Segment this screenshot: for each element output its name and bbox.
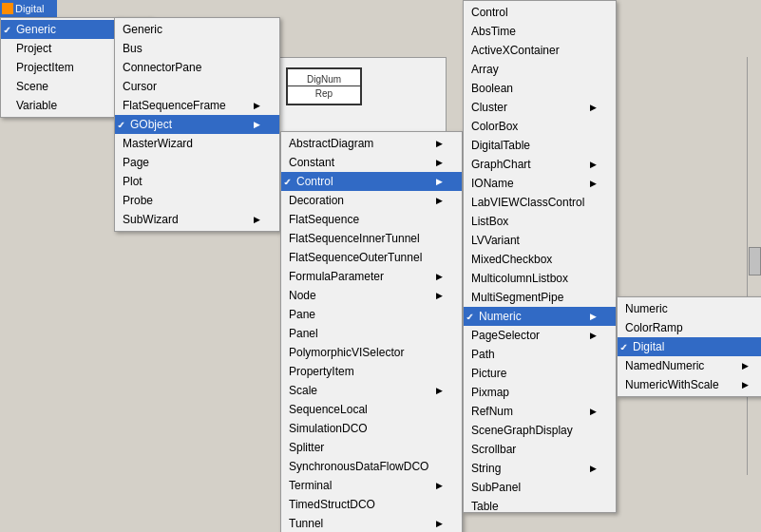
arrow-scale: ▶ xyxy=(436,386,443,395)
menu-item-generic2[interactable]: Generic xyxy=(115,20,279,39)
arrow-abstractdiagram: ▶ xyxy=(436,139,443,148)
app-icon xyxy=(2,3,13,14)
menu-item-colorbox[interactable]: ColorBox xyxy=(464,117,616,136)
menu-item-namednumeric[interactable]: NamedNumeric ▶ xyxy=(618,356,761,375)
menu-item-refnum[interactable]: RefNum ▶ xyxy=(464,402,616,421)
menu-item-control4[interactable]: Control xyxy=(464,3,616,22)
menu-item-scrollbar[interactable]: Scrollbar xyxy=(464,440,616,459)
menu-item-activexcontainer[interactable]: ActiveXContainer xyxy=(464,41,616,60)
menu-item-flatsequence[interactable]: FlatSequence xyxy=(281,210,462,229)
menu-item-tunnel[interactable]: Tunnel ▶ xyxy=(281,514,462,532)
menu-item-digital[interactable]: ✓ Digital xyxy=(618,337,761,356)
menu-item-gobject[interactable]: ✓ GObject ▶ xyxy=(115,115,279,134)
check-numeric: ✓ xyxy=(466,312,474,322)
check-gobject: ✓ xyxy=(118,120,125,130)
menu-item-sequencelocal[interactable]: SequenceLocal xyxy=(281,400,462,419)
arrow-numeric: ▶ xyxy=(590,312,597,321)
node-sublabel: Rep xyxy=(314,86,334,101)
menu-item-control[interactable]: ✓ Control ▶ xyxy=(281,172,462,191)
check-generic: ✓ xyxy=(4,25,11,35)
menu-item-multicolumnlistbox[interactable]: MulticolumnListbox xyxy=(464,269,616,288)
menu-item-labviewclasscontrol[interactable]: LabVIEWClassControl xyxy=(464,193,616,212)
arrow-pageselector: ▶ xyxy=(590,331,597,340)
menu-item-probe[interactable]: Probe xyxy=(115,191,279,210)
menu-item-terminal[interactable]: Terminal ▶ xyxy=(281,476,462,495)
node-label: DigNum xyxy=(288,73,360,86)
menu-level2: Generic Bus ConnectorPane Cursor FlatSeq… xyxy=(114,17,280,232)
menu-level5: Numeric ColorRamp ✓ Digital NamedNumeric… xyxy=(617,296,761,397)
app-title: Digital xyxy=(15,3,45,14)
check-digital: ✓ xyxy=(620,342,628,352)
menu-item-constant[interactable]: Constant ▶ xyxy=(281,153,462,172)
arrow-gobject: ▶ xyxy=(254,120,260,129)
menu-item-formulaparameter[interactable]: FormulaParameter ▶ xyxy=(281,267,462,286)
arrow-constant: ▶ xyxy=(436,158,443,167)
menu-item-subpanel[interactable]: SubPanel xyxy=(464,478,616,497)
menu-item-boolean[interactable]: Boolean xyxy=(464,79,616,98)
arrow-ioname: ▶ xyxy=(590,179,597,188)
menu-item-graphchart[interactable]: GraphChart ▶ xyxy=(464,155,616,174)
arrow-refnum: ▶ xyxy=(590,407,597,416)
menu-item-numeric5[interactable]: Numeric xyxy=(618,299,761,318)
menu-item-subwizard[interactable]: SubWizard ▶ xyxy=(115,210,279,229)
menu-item-flatsequenceoutertunnel[interactable]: FlatSequenceOuterTunnel xyxy=(281,248,462,267)
menu-item-pixmap[interactable]: Pixmap xyxy=(464,383,616,402)
menu-item-abstractdiagram[interactable]: AbstractDiagram ▶ xyxy=(281,134,462,153)
menu-item-flatsequenceinnertunnel[interactable]: FlatSequenceInnerTunnel xyxy=(281,229,462,248)
menu-item-decoration[interactable]: Decoration ▶ xyxy=(281,191,462,210)
menu-item-abstime[interactable]: AbsTime xyxy=(464,22,616,41)
menu-item-listbox[interactable]: ListBox xyxy=(464,212,616,231)
vertical-scrollbar[interactable] xyxy=(747,57,761,475)
menu-item-string[interactable]: String ▶ xyxy=(464,459,616,478)
arrow-subwizard: ▶ xyxy=(254,215,260,224)
menu-item-timedstructdco[interactable]: TimedStructDCO xyxy=(281,495,462,514)
menu-item-panel[interactable]: Panel xyxy=(281,324,462,343)
arrow-control: ▶ xyxy=(436,177,443,186)
menu-item-colorramp[interactable]: ColorRamp xyxy=(618,318,761,337)
menu-item-bus[interactable]: Bus xyxy=(115,39,279,58)
menu-item-pageselector[interactable]: PageSelector ▶ xyxy=(464,326,616,345)
arrow-terminal: ▶ xyxy=(436,481,443,490)
menu-item-node[interactable]: Node ▶ xyxy=(281,286,462,305)
menu-item-mastwizard[interactable]: MasterWizard xyxy=(115,134,279,153)
arrow-graphchart: ▶ xyxy=(590,160,597,169)
menu-item-table[interactable]: Table xyxy=(464,497,616,513)
menu-item-simulationdco[interactable]: SimulationDCO xyxy=(281,419,462,438)
menu-item-digitaltable[interactable]: DigitalTable xyxy=(464,136,616,155)
menu-item-mixedcheckbox[interactable]: MixedCheckbox xyxy=(464,250,616,269)
menu-item-multisegmentpipe[interactable]: MultiSegmentPipe xyxy=(464,288,616,307)
arrow-namednumeric: ▶ xyxy=(742,361,749,370)
menu-item-array[interactable]: Array xyxy=(464,60,616,79)
menu-item-flatsequenceframe[interactable]: FlatSequenceFrame ▶ xyxy=(115,96,279,115)
menu-item-plot[interactable]: Plot xyxy=(115,172,279,191)
menu-item-picture[interactable]: Picture xyxy=(464,364,616,383)
menu-item-path[interactable]: Path xyxy=(464,345,616,364)
scrollbar-thumb[interactable] xyxy=(749,247,761,276)
menu-item-polymorphicviselector[interactable]: PolymorphicVISelector xyxy=(281,343,462,362)
arrow-formulaparameter: ▶ xyxy=(436,272,443,281)
arrow-decoration: ▶ xyxy=(436,196,443,205)
menu-item-lvvariant[interactable]: LVVariant xyxy=(464,231,616,250)
menu-item-numericwithscale[interactable]: NumericWithScale ▶ xyxy=(618,375,761,394)
menu-item-numeric[interactable]: ✓ Numeric ▶ xyxy=(464,307,616,326)
menu-item-pane[interactable]: Pane xyxy=(281,305,462,324)
menu-item-ioname[interactable]: IOName ▶ xyxy=(464,174,616,193)
menu-item-connectorpane[interactable]: ConnectorPane xyxy=(115,58,279,77)
menu-item-splitter[interactable]: Splitter xyxy=(281,438,462,457)
menu-level4: Control AbsTime ActiveXContainer Array B… xyxy=(463,0,617,513)
arrow-numericwithscale: ▶ xyxy=(742,380,749,390)
menu-item-scenegraphdisplay[interactable]: SceneGraphDisplay xyxy=(464,421,616,440)
arrow-node: ▶ xyxy=(436,291,443,300)
menu-item-propertyitem[interactable]: PropertyItem xyxy=(281,362,462,381)
menu-level3: AbstractDiagram ▶ Constant ▶ ✓ Control ▶… xyxy=(280,131,463,532)
arrow-flatsequenceframe: ▶ xyxy=(254,101,260,110)
menu-item-cluster[interactable]: Cluster ▶ xyxy=(464,98,616,117)
title-bar: Digital xyxy=(0,0,57,17)
menu-item-synchronousdataflowdco[interactable]: SynchronousDataFlowDCO xyxy=(281,457,462,476)
diagram-node: DigNum Rep xyxy=(286,67,362,105)
menu-item-scale[interactable]: Scale ▶ xyxy=(281,381,462,400)
arrow-cluster: ▶ xyxy=(590,103,597,112)
arrow-tunnel: ▶ xyxy=(436,519,443,528)
menu-item-page[interactable]: Page xyxy=(115,153,279,172)
menu-item-cursor[interactable]: Cursor xyxy=(115,77,279,96)
